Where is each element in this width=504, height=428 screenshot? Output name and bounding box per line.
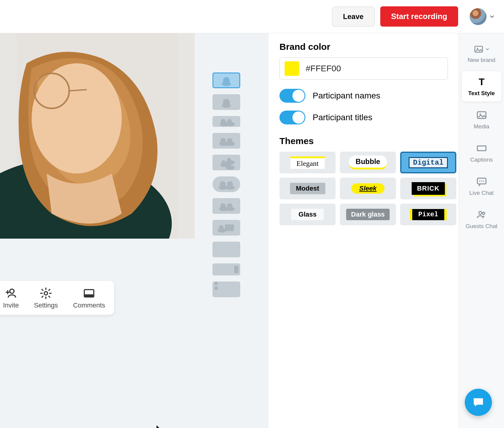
layout-picker <box>211 72 241 297</box>
participant-image <box>0 33 195 239</box>
right-sidebar: New brand T Text Style Media Captions Li… <box>459 33 504 428</box>
svg-text:T: T <box>479 76 484 87</box>
brand-panel: Brand color #FFEF00 Participant names Pa… <box>269 33 459 428</box>
text-icon: T <box>476 76 487 88</box>
themes-grid: Elegant Bubble Digital Modest Sleek BRIC… <box>279 152 448 225</box>
brand-color-heading: Brand color <box>279 42 448 52</box>
invite-icon <box>5 287 17 300</box>
layout-option-1[interactable] <box>212 72 240 88</box>
layout-option-7[interactable] <box>212 198 240 214</box>
start-recording-button[interactable]: Start recording <box>380 6 458 27</box>
theme-darkglass[interactable]: Dark glass <box>340 204 396 225</box>
svg-point-5 <box>10 289 14 293</box>
brand-color-input[interactable]: #FFEF00 <box>279 57 448 80</box>
layout-option-5[interactable] <box>212 155 240 170</box>
svg-point-17 <box>481 181 482 182</box>
theme-elegant[interactable]: Elegant <box>279 152 336 173</box>
theme-modest[interactable]: Modest <box>279 178 336 199</box>
participant-titles-toggle[interactable] <box>279 111 305 124</box>
gear-icon <box>40 287 52 300</box>
chevron-down-icon <box>489 14 495 20</box>
rail-captions-label: Captions <box>470 156 493 163</box>
participant-titles-label: Participant titles <box>313 113 372 122</box>
media-icon <box>476 109 487 121</box>
theme-digital[interactable]: Digital <box>400 152 456 173</box>
image-icon <box>474 44 484 54</box>
layout-option-10[interactable] <box>212 263 240 275</box>
rail-new-brand-label: New brand <box>468 57 496 63</box>
rail-live-chat-label: Live Chat <box>469 190 493 196</box>
rail-live-chat[interactable]: Live Chat <box>462 171 501 201</box>
chevron-down-icon <box>485 47 490 52</box>
profile-menu[interactable] <box>470 8 495 25</box>
header-bar: Leave Start recording <box>0 0 504 33</box>
rail-captions[interactable]: Captions <box>462 138 501 168</box>
layout-option-3[interactable] <box>212 116 240 127</box>
rail-text-style-label: Text Style <box>468 90 495 97</box>
svg-point-18 <box>483 181 484 182</box>
avatar <box>470 8 486 25</box>
rail-new-brand[interactable]: New brand <box>462 39 501 68</box>
stage-area: Invite Settings Comments <box>0 33 269 428</box>
svg-rect-14 <box>477 146 486 151</box>
theme-sleek[interactable]: Sleek <box>340 178 396 199</box>
invite-label: Invite <box>3 301 19 309</box>
svg-point-16 <box>479 181 480 182</box>
invite-button[interactable]: Invite <box>3 287 19 309</box>
settings-button[interactable]: Settings <box>34 287 58 309</box>
video-preview <box>0 33 195 239</box>
leave-button[interactable]: Leave <box>332 7 375 27</box>
theme-pixel[interactable]: Pixel <box>400 204 456 225</box>
comments-label: Comments <box>73 301 105 309</box>
chat-icon <box>476 176 487 187</box>
svg-point-19 <box>479 211 482 214</box>
brand-color-value: #FFEF00 <box>306 64 341 73</box>
layout-option-2[interactable] <box>212 94 240 110</box>
settings-label: Settings <box>34 301 58 309</box>
comments-icon <box>83 287 95 300</box>
participant-names-label: Participant names <box>313 91 380 101</box>
svg-point-20 <box>482 212 485 214</box>
rail-media-label: Media <box>474 123 490 130</box>
theme-glass[interactable]: Glass <box>279 204 336 225</box>
cursor-icon <box>155 424 162 428</box>
stage-control-bar: Invite Settings Comments <box>0 281 114 315</box>
theme-bubble[interactable]: Bubble <box>340 152 396 173</box>
comments-button[interactable]: Comments <box>73 287 105 309</box>
layout-option-8[interactable] <box>212 220 240 236</box>
theme-brick[interactable]: BRICK <box>400 178 456 199</box>
svg-point-6 <box>44 291 48 295</box>
speech-bubble-icon <box>471 395 485 409</box>
help-chat-button[interactable] <box>465 389 492 416</box>
themes-heading: Themes <box>279 136 448 146</box>
rail-guests-chat-label: Guests Chat <box>466 223 498 230</box>
rail-media[interactable]: Media <box>462 105 501 135</box>
rail-guests-chat[interactable]: Guests Chat <box>462 204 501 234</box>
participant-names-toggle[interactable] <box>279 89 305 103</box>
layout-option-6[interactable] <box>212 176 240 192</box>
svg-rect-8 <box>85 294 94 297</box>
svg-point-2 <box>32 63 122 174</box>
color-swatch <box>285 61 299 76</box>
layout-option-11[interactable] <box>212 282 240 297</box>
guests-icon <box>476 209 487 220</box>
layout-option-9[interactable] <box>212 242 240 257</box>
layout-option-4[interactable] <box>212 133 240 149</box>
captions-icon <box>476 143 487 154</box>
rail-text-style[interactable]: T Text Style <box>462 71 501 101</box>
